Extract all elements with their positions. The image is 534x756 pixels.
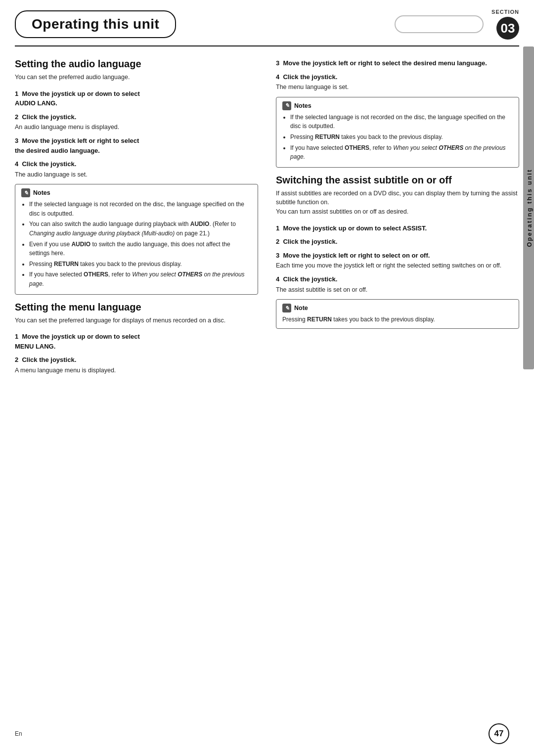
side-label-container: Operating this unit [524,46,534,369]
assist-step-2-header: 2 Click the joystick. [276,237,519,247]
menu-step-3-header: 3 Move the joystick left or right to sel… [276,58,519,68]
assist-step-1: 1 Move the joystick up or down to select… [276,223,519,233]
page-container: Operating this unit Section 03 Setting t… [0,0,534,756]
notes-box-1: ✎ Notes If the selected language is not … [15,184,258,294]
section-label: Section [491,9,519,15]
section2-cont: 3 Move the joystick left or right to sel… [276,58,519,168]
step-3: 3 Move the joystick left or right to sel… [15,136,258,155]
notes-header-2: ✎ Notes [282,101,513,110]
menu-step-2: 2 Click the joystick. A menu language me… [15,355,258,375]
assist-step-3-header: 3 Move the joystick left or right to sel… [276,251,519,261]
menu-step-4-body: The menu language is set. [276,83,519,92]
menu-step-4-header: 4 Click the joystick. [276,72,519,82]
note-item: If you have selected OTHERS, refer to Wh… [290,143,513,162]
section-audio-language: Setting the audio language You can set t… [15,58,258,295]
section3-title: Switching the assist subtitle on or off [276,175,519,186]
notes-header-1: ✎ Notes [21,188,252,197]
assist-step-4-body: The assist subtitle is set on or off. [276,285,519,295]
note-item: If you have selected OTHERS, refer to Wh… [29,270,252,288]
left-column: Setting the audio language You can set t… [15,58,258,379]
note-item: If the selected language is not recorded… [290,113,513,131]
section-number: 03 [496,17,519,40]
assist-step-4-header: 4 Click the joystick. [276,274,519,284]
step-2-header: 2 Click the joystick. [15,112,258,122]
assist-step-3-body: Each time you move the joystick left or … [276,261,519,270]
menu-step-1-header: 1 Move the joystick up or down to select… [15,332,258,351]
page-title: Operating this unit [32,16,159,32]
page-header: Operating this unit Section 03 [0,0,534,40]
note-text-3: Pressing RETURN takes you back to the pr… [282,315,513,324]
notes-label-2: Notes [294,102,312,109]
step-4-body: The audio language is set. [15,170,258,179]
menu-step-4: 4 Click the joystick. The menu language … [276,72,519,92]
assist-step-3: 3 Move the joystick left or right to sel… [276,251,519,270]
note-label-3: Note [294,305,308,311]
main-content: Setting the audio language You can set t… [0,46,534,394]
title-box: Operating this unit [15,10,176,38]
note-box-3: ✎ Note Pressing RETURN takes you back to… [276,299,519,329]
notes-icon-1: ✎ [21,188,30,197]
note-item: You can also switch the audio language d… [29,220,252,238]
menu-step-2-header: 2 Click the joystick. [15,355,258,365]
notes-list-2: If the selected language is not recorded… [282,113,513,162]
step-4: 4 Click the joystick. The audio language… [15,159,258,179]
section1-title: Setting the audio language [15,58,258,70]
footer-page: 47 [489,723,509,744]
menu-step-2-body: A menu language menu is displayed. [15,366,258,375]
notes-label-1: Notes [33,189,50,196]
step-3-header: 3 Move the joystick left or right to sel… [15,136,258,155]
section3-intro: If assist subtitles are recorded on a DV… [276,189,519,217]
note-header-3: ✎ Note [282,304,513,312]
section1-intro: You can set the preferred audio language… [15,73,258,82]
section-assist-subtitle: Switching the assist subtitle on or off … [276,175,519,329]
note-icon-3: ✎ [282,304,291,312]
assist-step-1-header: 1 Move the joystick up or down to select… [276,223,519,233]
step-4-header: 4 Click the joystick. [15,159,258,169]
notes-list-1: If the selected language is not recorded… [21,200,252,288]
notes-icon-2: ✎ [282,101,291,110]
step-1-header: 1 Move the joystick up or down to select… [15,89,258,108]
header-right: Section 03 [491,9,519,40]
section2-intro: You can set the preferred language for d… [15,316,258,325]
footer-lang: En [15,730,22,737]
side-label-text: Operating this unit [526,169,533,247]
section-menu-language: Setting the menu language You can set th… [15,302,258,375]
assist-step-2: 2 Click the joystick. [276,237,519,247]
page-footer: En 47 [15,723,509,744]
section2-title: Setting the menu language [15,302,258,313]
assist-step-4: 4 Click the joystick. The assist subtitl… [276,274,519,294]
notes-box-2: ✎ Notes If the selected language is not … [276,97,519,168]
note-item: Pressing RETURN takes you back to the pr… [290,133,513,142]
step-2: 2 Click the joystick. An audio language … [15,112,258,132]
menu-step-1: 1 Move the joystick up or down to select… [15,332,258,351]
menu-step-3: 3 Move the joystick left or right to sel… [276,58,519,68]
right-column: 3 Move the joystick left or right to sel… [276,58,519,379]
note-item: If the selected language is not recorded… [29,200,252,218]
step-2-body: An audio language menu is displayed. [15,123,258,132]
note-item: Even if you use AUDIO to switch the audi… [29,240,252,258]
note-item: Pressing RETURN takes you back to the pr… [29,260,252,269]
step-1: 1 Move the joystick up or down to select… [15,89,258,108]
